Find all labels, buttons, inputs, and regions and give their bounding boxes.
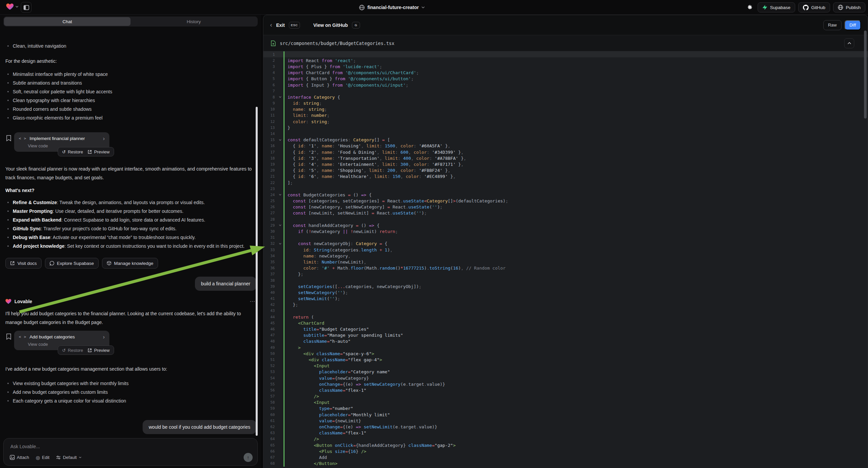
- line-number: 37: [264, 272, 279, 276]
- added-heading: I've added a new budget categories manag…: [5, 365, 167, 372]
- restore-icon: ↺: [62, 149, 66, 154]
- top-bar: financial-future-creator Supabase GitHub…: [0, 0, 868, 15]
- preview-button[interactable]: Preview: [88, 348, 110, 353]
- composer[interactable]: Ask Lovable... Attach ◎ Edit Default ↑: [3, 438, 258, 466]
- code-line: 47 subtitle="Manage your spending limits…: [264, 332, 868, 339]
- bullet-dot: [7, 82, 9, 84]
- code-line: 43: [264, 308, 868, 314]
- fold-chevron-icon: [279, 243, 281, 245]
- bookmark-icon[interactable]: [6, 333, 11, 350]
- line-number: 20: [264, 168, 279, 173]
- code-line: 18 { id: '3', name: 'Transportation', li…: [264, 155, 868, 161]
- mode-selector[interactable]: Default: [56, 455, 81, 460]
- raw-toggle-button[interactable]: Raw: [824, 20, 841, 30]
- publish-label: Publish: [846, 5, 861, 10]
- code-line: 20 { id: '5', name: 'Shopping', limit: 2…: [264, 168, 868, 174]
- line-number: 9: [264, 101, 279, 106]
- code-line: 50 <div className="space-y-6">: [264, 351, 868, 356]
- code-line: 32 const newCategoryObj: Category = {: [264, 241, 868, 247]
- edit-button[interactable]: ◎ Edit: [36, 455, 50, 460]
- target-icon: ◎: [36, 455, 40, 460]
- message-menu-button[interactable]: ⋯: [250, 298, 255, 304]
- file-path: src/components/budget/BudgetCategories.t…: [280, 40, 394, 46]
- line-number: 1: [264, 52, 279, 57]
- line-number: 44: [264, 315, 279, 319]
- settings-button[interactable]: [745, 2, 754, 12]
- line-number: 27: [264, 211, 279, 215]
- publish-button[interactable]: Publish: [833, 2, 865, 12]
- fold-toggle[interactable]: [279, 243, 283, 245]
- bullet-dot: [7, 237, 9, 238]
- line-number: 39: [264, 284, 279, 289]
- code-line: 13}: [264, 124, 868, 130]
- line-number: 8: [264, 95, 279, 99]
- line-number: 42: [264, 302, 279, 307]
- line-number: 63: [264, 431, 279, 435]
- code-editor[interactable]: 12import React from 'react';3import { Pl…: [264, 51, 868, 467]
- list-item: Add project knowledge: Set key context o…: [5, 242, 245, 251]
- restore-button[interactable]: ↺Restore: [62, 149, 83, 154]
- fold-toggle[interactable]: [279, 194, 283, 196]
- fold-toggle[interactable]: [279, 96, 283, 98]
- list-item: Add new budget categories with custom li…: [5, 388, 128, 397]
- bullet-dot: [7, 391, 9, 393]
- code-line: 27 const [newLimit, setNewLimit] = React…: [264, 210, 868, 216]
- chat-bubble-icon: [50, 261, 54, 266]
- version-actions-pill: ↺Restore Preview: [58, 346, 114, 355]
- diff-added-gutter: [283, 51, 284, 467]
- exit-button[interactable]: Exit: [276, 23, 285, 28]
- code-line: 53 placeholder="Category name": [264, 369, 868, 375]
- action-visit-docs[interactable]: Visit docs: [5, 258, 41, 269]
- code-line: 37 };: [264, 271, 868, 277]
- attach-button[interactable]: Attach: [10, 455, 29, 460]
- tab-history[interactable]: History: [130, 17, 257, 26]
- knowledge-box-icon: [107, 261, 112, 266]
- chat-scrollbar[interactable]: [256, 107, 258, 436]
- project-selector[interactable]: financial-future-creator: [359, 0, 425, 15]
- code-line: 11 limit: number;: [264, 113, 868, 118]
- action-explore-supabase[interactable]: Explore Supabase: [45, 258, 99, 269]
- line-number: 31: [264, 235, 279, 240]
- code-line: 67 Add: [264, 454, 868, 460]
- tab-chat[interactable]: Chat: [4, 17, 130, 26]
- code-line: 29 const handleAddCategory = () => {: [264, 222, 868, 228]
- send-button[interactable]: ↑: [244, 453, 253, 462]
- collapse-file-button[interactable]: [844, 38, 854, 48]
- github-button[interactable]: GitHub: [798, 2, 830, 12]
- file-header[interactable]: src/components/budget/BudgetCategories.t…: [264, 35, 868, 51]
- code-line: 7: [264, 88, 868, 94]
- bookmark-icon[interactable]: [6, 135, 11, 152]
- action-manage-knowledge[interactable]: Manage knowledge: [102, 258, 158, 269]
- code-line: 6import { Input } from '@/components/ui/…: [264, 82, 868, 88]
- code-scrollbar[interactable]: [864, 31, 867, 118]
- composer-input[interactable]: Ask Lovable...: [10, 444, 251, 449]
- action-label: Manage knowledge: [114, 261, 153, 266]
- external-link-icon: [88, 348, 92, 352]
- line-number: 47: [264, 333, 279, 338]
- version-card-add-budget-categories[interactable]: < > Add budget categories › View code ↺R…: [14, 331, 110, 350]
- sidebar-toggle-button[interactable]: [21, 2, 32, 13]
- fold-toggle[interactable]: [279, 224, 283, 226]
- list-item: Clean, intuitive navigation: [5, 41, 66, 50]
- code-line: 64 />: [264, 436, 868, 442]
- line-number: 17: [264, 150, 279, 154]
- bullet-dot: [7, 202, 9, 203]
- line-number: 66: [264, 449, 279, 454]
- lovable-logo-menu[interactable]: [6, 3, 19, 10]
- diff-toggle-button[interactable]: Diff: [844, 20, 861, 30]
- version-card-implement-financial-planner[interactable]: < > Implement financial planner › View c…: [14, 132, 110, 152]
- bullet-dot: [7, 45, 9, 47]
- gear-icon: [747, 4, 752, 10]
- preview-button[interactable]: Preview: [88, 149, 110, 154]
- view-on-github-button[interactable]: View on GitHub: [313, 23, 348, 28]
- list-item: View existing budget categories with the…: [5, 379, 128, 388]
- line-number: 65: [264, 443, 279, 447]
- supabase-button[interactable]: Supabase: [757, 2, 795, 12]
- fold-toggle[interactable]: [279, 139, 283, 141]
- code-line: 9 id: string;: [264, 100, 868, 107]
- restore-button[interactable]: ↺Restore: [62, 348, 83, 353]
- line-number: 53: [264, 370, 279, 374]
- code-line: 24const BudgetCategories = () => {: [264, 192, 868, 198]
- line-number: 24: [264, 193, 279, 197]
- restore-icon: ↺: [62, 348, 66, 353]
